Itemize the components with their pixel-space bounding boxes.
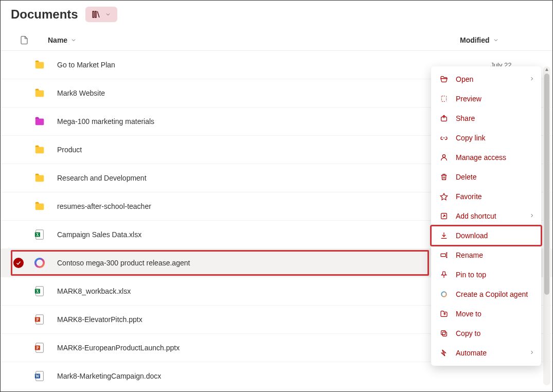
view-switcher[interactable] (85, 7, 117, 22)
menu-item-label: Automate (456, 349, 487, 357)
file-name[interactable]: Mega-100 marketing materials (53, 117, 439, 126)
excel-icon: X (26, 286, 53, 297)
menu-item-label: Create a Copilot agent (456, 290, 528, 298)
menu-item-add-shortcut[interactable]: Add shortcut (431, 206, 541, 226)
copyto-icon (439, 329, 449, 338)
folder-icon (26, 59, 53, 70)
file-name[interactable]: MARK8_workback.xlsx (53, 287, 439, 295)
pin-icon (439, 270, 449, 279)
download-icon (439, 231, 449, 240)
library-icon (92, 10, 101, 19)
file-name[interactable]: MARK8-EuropeanProductLaunch.pptx (53, 344, 439, 352)
menu-item-label: Rename (456, 251, 483, 259)
svg-text:P: P (37, 346, 39, 350)
menu-item-label: Delete (456, 173, 476, 181)
app-window: Documents Name Modified (0, 0, 553, 392)
checked-icon (13, 258, 24, 268)
file-name[interactable]: Mark8 Website (53, 89, 439, 97)
column-header-modified[interactable]: Modified (460, 36, 542, 44)
context-menu: OpenPreviewShareCopy linkManage accessDe… (431, 66, 541, 366)
svg-point-23 (442, 155, 445, 157)
scrollbar-thumb[interactable] (544, 74, 549, 295)
svg-rect-28 (442, 332, 447, 336)
svg-point-6 (35, 259, 44, 268)
page-title: Documents (11, 7, 78, 22)
svg-rect-29 (441, 331, 445, 335)
menu-item-pin-to-top[interactable]: Pin to top (431, 265, 541, 284)
word-icon: W (26, 370, 53, 382)
copilot-new-icon (439, 290, 449, 299)
file-name[interactable]: MARK8-ElevatorPitch.pptx (53, 315, 439, 324)
svg-text:P: P (37, 317, 39, 322)
menu-item-share[interactable]: Share (431, 109, 541, 128)
rename-icon (439, 251, 449, 260)
column-header-modified-label: Modified (460, 36, 490, 44)
favorite-icon (439, 192, 449, 201)
folder-icon (26, 172, 53, 184)
file-row[interactable]: W Mark8-MarketingCampaign.docx (1, 362, 552, 390)
page-header: Documents (1, 1, 552, 29)
column-header-name[interactable]: Name (38, 36, 460, 44)
svg-marker-24 (440, 193, 447, 200)
file-name[interactable]: Campaign Sales Data.xlsx (53, 230, 439, 239)
menu-item-automate[interactable]: Automate (431, 343, 541, 363)
svg-line-2 (97, 11, 99, 17)
menu-item-favorite[interactable]: Favorite (431, 187, 541, 206)
menu-item-rename[interactable]: Rename (431, 245, 541, 265)
menu-item-copy-to[interactable]: Copy to (431, 324, 541, 343)
column-headers: Name Modified (1, 29, 552, 51)
chevron-down-icon (493, 37, 499, 43)
file-name[interactable]: Product (53, 146, 439, 154)
column-header-type[interactable] (11, 35, 38, 45)
menu-item-label: Share (456, 114, 475, 122)
folder-icon (26, 144, 53, 155)
menu-item-delete[interactable]: Delete (431, 167, 541, 187)
column-header-name-label: Name (48, 36, 67, 44)
svg-rect-1 (95, 11, 96, 17)
moveto-icon (439, 309, 449, 318)
svg-text:X: X (36, 289, 39, 294)
menu-item-label: Copy to (456, 329, 480, 337)
preview-icon (439, 94, 449, 103)
file-name[interactable]: Research and Development (53, 174, 439, 182)
file-name[interactable]: resumes-after-school-teacher (53, 202, 439, 210)
access-icon (439, 153, 449, 162)
chevron-down-icon (70, 37, 77, 43)
svg-rect-0 (93, 11, 94, 17)
file-name[interactable]: Go to Market Plan (53, 61, 439, 69)
ppt-icon: P (26, 342, 53, 353)
menu-item-label: Move to (456, 310, 481, 318)
ppt-icon: P (26, 314, 53, 325)
menu-item-label: Pin to top (456, 271, 486, 279)
chevron-right-icon (529, 349, 535, 357)
svg-point-27 (441, 292, 446, 296)
menu-item-label: Open (456, 75, 473, 83)
folder-icon (26, 87, 53, 99)
menu-item-preview[interactable]: Preview (431, 89, 541, 109)
menu-item-manage-access[interactable]: Manage access (431, 148, 541, 167)
file-name[interactable]: Mark8-MarketingCampaign.docx (53, 372, 439, 380)
svg-text:W: W (35, 374, 40, 379)
row-selection[interactable] (11, 258, 26, 268)
svg-text:X: X (36, 233, 39, 237)
scroll-up-icon: ▲ (543, 66, 550, 72)
file-name[interactable]: Contoso mega-300 product release.agent (53, 259, 439, 267)
menu-item-label: Download (456, 231, 488, 240)
scrollbar[interactable]: ▲ (543, 66, 550, 385)
menu-item-copy-link[interactable]: Copy link (431, 128, 541, 148)
chevron-right-icon (529, 212, 535, 220)
copilot-icon (26, 257, 53, 269)
menu-item-open[interactable]: Open (431, 69, 541, 89)
chevron-down-icon (105, 11, 111, 17)
chevron-right-icon (529, 75, 535, 83)
automate-icon (439, 348, 449, 358)
share-icon (439, 114, 449, 123)
menu-item-label: Favorite (456, 192, 482, 201)
link-icon (439, 133, 449, 142)
folder-pink-icon (26, 116, 53, 127)
menu-item-move-to[interactable]: Move to (431, 304, 541, 324)
menu-item-label: Manage access (456, 153, 506, 162)
menu-item-create-a-copilot-agent[interactable]: Create a Copilot agent (431, 284, 541, 304)
delete-icon (439, 172, 449, 182)
menu-item-download[interactable]: Download (431, 226, 541, 245)
